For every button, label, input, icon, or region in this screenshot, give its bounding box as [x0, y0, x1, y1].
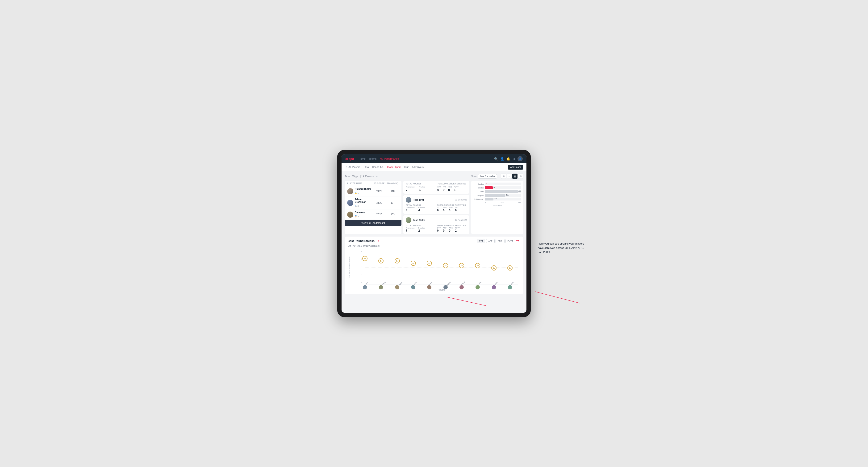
- nav-link-teams[interactable]: Teams: [369, 157, 376, 161]
- player-card-rees: Rees Britt 02 Sep 2023 Total Rounds Tour…: [403, 195, 469, 214]
- arg-sublabel: ARG: [448, 186, 452, 188]
- player-name: Richard Butler: [355, 188, 371, 190]
- player-date: 26 Aug 2023: [455, 219, 467, 221]
- filter-app-button[interactable]: APP: [486, 239, 495, 243]
- streak-bubble: 4x: [459, 263, 464, 268]
- total-rounds-label: Total Rounds: [406, 224, 436, 226]
- summary-card: Total Rounds Tournament 7 Practice 6: [403, 181, 469, 194]
- team-header: Team Clippd | 14 Players ✏ Show Last 3 m…: [345, 174, 523, 179]
- add-team-button[interactable]: Add Team: [508, 165, 523, 169]
- player-info: Edward Crossman 🥈 2: [347, 198, 372, 208]
- x-label-400: 400: [518, 201, 521, 203]
- putt-val: 1: [454, 188, 459, 192]
- bar-container: 3: [485, 183, 521, 185]
- dropdown-arrow-icon: ▾: [498, 175, 500, 177]
- badge-num: 1: [358, 192, 359, 194]
- streaks-subtitle: Off The Tee, Fairway Accuracy: [348, 245, 520, 247]
- sub-nav-links: PGAT Players PGA Hcaps 1-5 Team Clippd T…: [345, 165, 508, 169]
- app-val: 0: [443, 188, 446, 192]
- total-rounds-label: Total Rounds: [406, 204, 436, 206]
- badge-num: 2: [358, 205, 359, 207]
- arg-val: 0: [448, 188, 452, 192]
- filter-arg-button[interactable]: ARG: [496, 239, 504, 243]
- bar-label: Eagles: [473, 183, 484, 185]
- streak-chart-area: Best Streak, Fairway Accuracy 0 2 4 6 8: [348, 249, 520, 291]
- filter-ott-button[interactable]: OTT: [477, 239, 485, 243]
- player-stats: Total Rounds Tournament 7 Practice: [406, 224, 467, 232]
- chart-bar-row: Pars 499: [473, 190, 521, 193]
- table-view-button[interactable]: ⊟: [518, 174, 523, 179]
- annotation-box: Here you can see streaks your players ha…: [538, 242, 585, 254]
- bar-fill: [485, 190, 518, 193]
- sub-nav-tour[interactable]: Tour: [404, 165, 408, 169]
- nav-bar: clippd Home Teams My Performance 🔍 👤 🔔 ⊕…: [342, 154, 526, 163]
- sub-nav-hcaps[interactable]: Hcaps 1-5: [372, 165, 383, 169]
- location-icon[interactable]: ⊕: [513, 157, 515, 161]
- streaks-filters: OTT APP ARG PUTT: [477, 239, 520, 243]
- show-controls: Show Last 3 months ▾ ⊞ ≡ ▦ ⊟: [470, 174, 523, 179]
- ott-val: 0: [437, 188, 441, 192]
- player-name: Josh Coles: [413, 219, 425, 221]
- list-view-button[interactable]: ≡: [507, 174, 512, 179]
- badge-num: 3: [358, 215, 359, 217]
- bar-container: 96: [485, 186, 521, 189]
- search-icon[interactable]: 🔍: [494, 157, 498, 161]
- view-full-leaderboard-button[interactable]: View Full Leaderboard: [345, 220, 401, 226]
- app-sublabel: APP: [443, 186, 446, 188]
- player-date: 02 Sep 2023: [455, 198, 467, 201]
- person-icon[interactable]: 👤: [500, 157, 504, 161]
- bar-fill: [485, 186, 493, 189]
- leaderboard-card: PLAYER NAME PB SCORE PB AVG SQ Richard B…: [345, 181, 401, 234]
- pb-score: 19/20: [372, 190, 386, 192]
- period-dropdown[interactable]: Last 3 months: [478, 174, 497, 179]
- total-practice-label: Total Practice Activities: [437, 183, 467, 185]
- filter-putt-button[interactable]: PUTT: [505, 239, 516, 243]
- player-name: Rees Britt: [413, 198, 424, 201]
- streaks-header: Best Round Streaks OTT APP ARG PUTT: [348, 239, 520, 243]
- sub-nav: PGAT Players PGA Hcaps 1-5 Team Clippd T…: [342, 163, 526, 171]
- chart-bar-row: D. Bogeys+ 131: [473, 198, 521, 200]
- sub-nav-all[interactable]: All Players: [412, 165, 424, 169]
- show-label: Show: [470, 175, 476, 178]
- streak-bubble: 5x: [427, 261, 432, 266]
- avatar: [347, 200, 353, 206]
- nav-link-home[interactable]: Home: [359, 157, 365, 161]
- sub-nav-pgat[interactable]: PGAT Players: [345, 165, 361, 169]
- player-info: Richard Butler 🥇 1: [347, 188, 372, 195]
- col-player-name: PLAYER NAME: [347, 182, 372, 184]
- chart-x-axis: 0 200 400: [473, 201, 521, 203]
- chart-footer: Total Shots: [473, 204, 521, 206]
- practice-activities-label: Total Practice Activities: [437, 204, 467, 206]
- player-name: Cameron...: [355, 211, 367, 214]
- pb-avg: 110: [386, 190, 399, 192]
- player-badge: 🥇 1: [355, 192, 359, 194]
- arrow-icon-2: [516, 239, 520, 242]
- player-info: Cameron... 🥉 3: [347, 211, 372, 218]
- bar-label: Bogeys: [473, 194, 484, 196]
- table-row: Richard Butler 🥇 1 19/20 110: [345, 186, 401, 196]
- nav-link-performance[interactable]: My Performance: [380, 157, 399, 161]
- nav-logo: clippd: [345, 157, 354, 161]
- bar-label: Pars: [473, 191, 484, 193]
- silver-badge-icon: 🥈: [355, 205, 357, 207]
- edit-icon[interactable]: ✏: [376, 175, 378, 178]
- practice-sublabel: Practice: [419, 186, 425, 188]
- bar-fill: [485, 198, 493, 200]
- bar-container: 499: [485, 190, 521, 193]
- col-pb-score: PB SCORE: [372, 182, 386, 184]
- bar-chart-card: Eagles 3 Birdies: [471, 181, 523, 234]
- card-view-button[interactable]: ▦: [512, 174, 518, 179]
- sub-nav-team[interactable]: Team Clippd: [387, 165, 401, 169]
- bell-icon[interactable]: 🔔: [506, 157, 510, 161]
- grid-view-button[interactable]: ⊞: [501, 174, 506, 179]
- streak-plot: 7xE. Ebert6xB. McHerg6xD. Billingham5xJ.…: [365, 250, 518, 284]
- player-badge: 🥉 3: [355, 215, 359, 217]
- streaks-title: Best Round Streaks: [348, 239, 375, 243]
- player-stats: Total Rounds Tournament 8 Practice: [406, 204, 467, 212]
- x-label-200: 200: [500, 201, 503, 203]
- sub-nav-pga[interactable]: PGA: [364, 165, 369, 169]
- player-card-header: Rees Britt 02 Sep 2023: [406, 197, 467, 203]
- avatar[interactable]: 👤: [518, 156, 523, 161]
- practice-val: 6: [419, 188, 425, 192]
- avatar: [406, 217, 411, 223]
